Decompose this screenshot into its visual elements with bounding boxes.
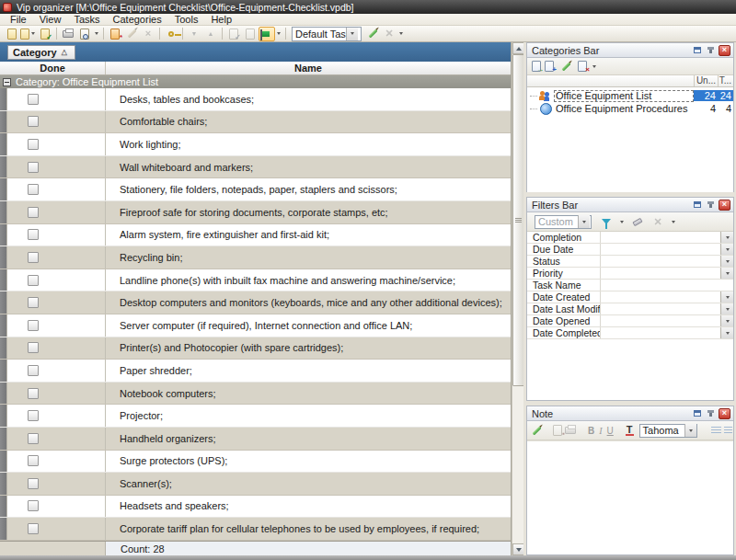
save-filter-icon[interactable] bbox=[598, 214, 615, 229]
task-row[interactable]: Fireproof safe for storing documents, co… bbox=[0, 201, 511, 224]
filter-dropdown-icon[interactable] bbox=[720, 303, 733, 314]
float-window-icon[interactable] bbox=[691, 408, 703, 419]
complete-icon[interactable]: ✓ bbox=[225, 27, 242, 41]
new-category-icon[interactable]: → bbox=[532, 61, 541, 72]
task-row[interactable]: Server computer (if required), Internet … bbox=[0, 314, 511, 337]
pin-icon[interactable] bbox=[705, 408, 717, 419]
close-icon[interactable]: × bbox=[719, 45, 730, 56]
filter-dropdown-icon[interactable] bbox=[720, 327, 733, 338]
done-checkbox[interactable] bbox=[28, 184, 39, 195]
filter-dropdown-icon[interactable] bbox=[720, 232, 733, 243]
edit-task-icon[interactable] bbox=[123, 27, 140, 41]
new-icon[interactable] bbox=[4, 27, 20, 41]
task-row[interactable]: Wall whiteboard and markers; bbox=[0, 156, 511, 179]
filters-bar-title[interactable]: Filters Bar × bbox=[527, 198, 733, 212]
done-checkbox[interactable] bbox=[28, 410, 39, 421]
flag-overflow-icon[interactable] bbox=[277, 32, 281, 35]
bold-button[interactable]: B bbox=[587, 424, 595, 438]
task-row[interactable]: Paper shredder; bbox=[0, 360, 511, 383]
filter-row[interactable]: Date Last Modifi bbox=[527, 303, 733, 315]
done-checkbox[interactable] bbox=[28, 162, 39, 173]
font-color-icon[interactable]: T bbox=[626, 425, 634, 436]
filter-row[interactable]: Completion bbox=[527, 232, 733, 244]
filter-dropdown-icon[interactable] bbox=[720, 244, 733, 255]
filter-preset-combo[interactable]: Custom bbox=[535, 215, 592, 229]
underline-button[interactable]: U bbox=[606, 424, 615, 438]
menu-item[interactable]: View bbox=[33, 14, 68, 25]
filter-dropdown-icon[interactable] bbox=[720, 256, 733, 267]
task-row[interactable]: Headsets and speakers; bbox=[0, 496, 511, 519]
delete-task-icon[interactable]: × bbox=[140, 27, 156, 41]
task-row[interactable]: Projector; bbox=[0, 405, 511, 428]
new-task-icon[interactable]: * bbox=[107, 27, 123, 41]
flag-icon[interactable] bbox=[259, 27, 275, 41]
align-center-icon[interactable] bbox=[724, 423, 732, 438]
attach-icon[interactable] bbox=[163, 27, 179, 41]
task-row[interactable]: Scanner(s); bbox=[0, 473, 511, 496]
task-row[interactable]: Printer(s) and Photocopier (with spare c… bbox=[0, 337, 511, 360]
pin-icon[interactable] bbox=[705, 200, 717, 211]
group-by-category-button[interactable]: Category △ bbox=[7, 45, 75, 60]
done-checkbox[interactable] bbox=[28, 455, 39, 466]
filter-value[interactable] bbox=[601, 232, 720, 243]
uncomplete-icon[interactable] bbox=[242, 27, 259, 41]
done-checkbox[interactable] bbox=[28, 94, 39, 105]
task-row[interactable]: Recycling bin; bbox=[0, 246, 511, 269]
done-checkbox[interactable] bbox=[28, 139, 39, 150]
task-row[interactable]: Comfortable chairs; bbox=[0, 111, 511, 134]
toolbar-overflow-icon[interactable] bbox=[399, 32, 403, 35]
filter-value[interactable] bbox=[601, 315, 720, 326]
print-icon[interactable] bbox=[60, 27, 76, 41]
done-checkbox[interactable] bbox=[28, 478, 39, 489]
filter-value[interactable] bbox=[601, 303, 720, 314]
print-note-icon[interactable]: ▪ bbox=[553, 423, 562, 438]
filter-dropdown-icon[interactable] bbox=[720, 291, 733, 303]
combo-dropdown-icon[interactable] bbox=[578, 215, 590, 228]
vertical-scrollbar[interactable] bbox=[512, 42, 523, 555]
done-checkbox[interactable] bbox=[28, 365, 39, 376]
task-row[interactable]: Work lighting; bbox=[0, 133, 511, 156]
delete-category-icon[interactable]: × bbox=[578, 61, 587, 72]
float-window-icon[interactable] bbox=[691, 45, 703, 56]
done-checkbox[interactable] bbox=[28, 433, 39, 444]
edit-category-icon[interactable] bbox=[558, 59, 574, 74]
task-row[interactable]: Notebook computers; bbox=[0, 383, 511, 406]
column-header-unfinished[interactable]: Un... bbox=[694, 75, 718, 86]
task-row[interactable]: Surge protectors (UPS); bbox=[0, 451, 511, 474]
note-text-area[interactable] bbox=[527, 440, 733, 554]
task-row[interactable]: Desks, tables and bookcases; bbox=[0, 88, 511, 111]
task-row[interactable]: Corporate tariff plan for cellular telep… bbox=[0, 518, 511, 541]
pin-icon[interactable] bbox=[705, 45, 717, 56]
filter-row[interactable]: Priority bbox=[527, 268, 733, 280]
italic-button[interactable]: I bbox=[598, 424, 603, 438]
print-preview-note-icon[interactable] bbox=[565, 423, 576, 438]
done-checkbox[interactable] bbox=[28, 297, 39, 308]
note-title[interactable]: Note × bbox=[527, 406, 733, 421]
filter-row[interactable]: Task Name bbox=[527, 280, 733, 291]
print-overflow-icon[interactable] bbox=[95, 32, 98, 35]
menu-item[interactable]: Tasks bbox=[67, 14, 106, 25]
done-checkbox[interactable] bbox=[28, 207, 39, 218]
column-header-name[interactable]: Name bbox=[106, 62, 511, 74]
category-item[interactable]: Office Equipment Procedures 4 4 bbox=[527, 102, 733, 115]
filter-value[interactable] bbox=[601, 256, 720, 267]
column-header-total[interactable]: T... bbox=[718, 75, 733, 86]
done-checkbox[interactable] bbox=[28, 523, 39, 534]
new-dropdown-icon[interactable] bbox=[20, 27, 37, 41]
done-checkbox[interactable] bbox=[28, 388, 39, 399]
move-down-icon[interactable]: ▼ bbox=[186, 27, 202, 41]
combo-dropdown-icon[interactable] bbox=[684, 424, 696, 437]
task-row[interactable]: Alarm system, fire extinguisher and firs… bbox=[0, 224, 511, 247]
done-checkbox[interactable] bbox=[28, 320, 39, 331]
filter-value[interactable] bbox=[601, 280, 720, 291]
category-item[interactable]: Office Equipment List 24 24 bbox=[527, 89, 733, 102]
font-combo[interactable]: Tahoma bbox=[639, 424, 697, 438]
filter-dropdown-icon[interactable] bbox=[720, 315, 733, 326]
new-subcategory-icon[interactable]: + bbox=[545, 61, 554, 72]
menu-item[interactable]: Help bbox=[204, 14, 238, 25]
filter-value[interactable] bbox=[601, 244, 720, 255]
done-checkbox[interactable] bbox=[28, 275, 39, 286]
edit-note-icon[interactable] bbox=[532, 423, 542, 438]
task-row[interactable]: Landline phone(s) with inbuilt fax machi… bbox=[0, 269, 511, 292]
categories-bar-title[interactable]: Categories Bar × bbox=[527, 43, 733, 58]
